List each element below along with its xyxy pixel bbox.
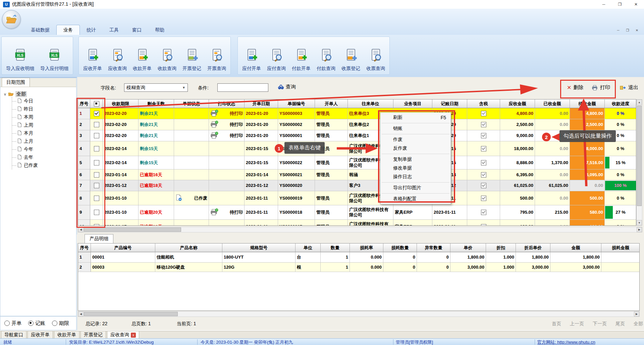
maximize-icon[interactable]: ❐ <box>612 0 628 9</box>
column-header-数量[interactable]: 数量 <box>321 244 350 252</box>
mdi-close-icon[interactable]: ✕ <box>633 27 641 33</box>
row-checkbox[interactable] <box>94 224 99 226</box>
scroll-left-icon[interactable]: ◀ <box>78 227 84 232</box>
window-tab-导航窗口[interactable]: 导航窗口 <box>1 331 26 339</box>
column-header-往来单位[interactable]: 往来单位 <box>348 99 393 108</box>
column-header-应收金额[interactable]: 应收金额 <box>500 99 535 108</box>
table-vertical-scrollbar[interactable]: ▲ ▼ <box>636 99 642 226</box>
radio-记账[interactable]: 记账 <box>28 320 45 327</box>
search-button[interactable]: 查询 <box>278 84 296 90</box>
detail-scroll-left-icon[interactable]: ◀ <box>78 312 84 317</box>
context-menu-item-刷新[interactable]: 刷新F5 <box>380 113 451 122</box>
tab-product-detail[interactable]: 产品明细 <box>85 234 113 243</box>
table-row[interactable]: 82023-01-10已作废2023-01-11YS0000019管理员广汉优图… <box>78 191 636 205</box>
table-row[interactable]: 92023-01-10已逾期20天?待打印2023-01-11YS0000018… <box>78 205 636 220</box>
table-row[interactable]: 12023-02-20剩余21天?待打印2023-01-20YS0000003管… <box>78 108 636 119</box>
row-checkbox[interactable] <box>94 133 99 138</box>
tax-checkbox[interactable] <box>481 111 486 116</box>
column-header-收款期限[interactable]: 收款期限 <box>103 99 139 108</box>
field-name-select[interactable]: 模糊查询 ▼ <box>124 83 188 92</box>
column-header-剩余天数[interactable]: 剩余天数 <box>139 99 174 108</box>
row-checkbox[interactable] <box>94 111 99 116</box>
table-row[interactable]: 22023-02-20剩余21天?待打印2023-01-20YS0000002管… <box>78 119 636 130</box>
column-header-折后单价[interactable]: 折后单价 <box>516 244 550 252</box>
radio-期限[interactable]: 期限 <box>52 320 69 327</box>
table-horizontal-scrollbar[interactable]: ◀ ▶ <box>78 227 642 232</box>
table-row[interactable]: 100001佳能相机1800-UYT台10.000001,800.001.000… <box>78 252 639 263</box>
row-checkbox[interactable] <box>94 160 99 165</box>
row-checkbox[interactable] <box>94 172 99 178</box>
context-menu-item-操作日志[interactable]: 操作日志 <box>380 172 451 181</box>
hscroll-thumb[interactable] <box>84 227 181 232</box>
tax-checkbox[interactable] <box>481 196 486 201</box>
close-icon[interactable]: ✕ <box>628 0 644 9</box>
row-checkbox[interactable] <box>94 183 99 188</box>
column-header-已收金额[interactable]: 已收金额 <box>535 99 570 108</box>
tax-checkbox[interactable] <box>481 160 486 165</box>
column-header-损耗金额[interactable]: 损耗金额 <box>601 244 640 252</box>
toolbar-button-收款开单[interactable]: 收款开单 <box>130 46 155 74</box>
condition-input[interactable] <box>217 83 268 92</box>
context-menu-item-表格列配置[interactable]: 表格列配置 <box>380 195 451 203</box>
table-row[interactable]: 102023-01-17已逾期13天2023-01-11YS0000017管理员… <box>78 220 636 226</box>
column-header-异常数量[interactable]: 异常数量 <box>417 244 450 252</box>
toolbar-button-应收开单[interactable]: 应收开单 <box>80 46 105 74</box>
column-header-待收金额[interactable]: 待收金额 <box>570 99 605 108</box>
tab-date-range[interactable]: 日期范围 <box>2 78 30 87</box>
tree-item-已作废[interactable]: 已作废 <box>12 161 76 169</box>
column-header-开单日期[interactable]: 开单日期 <box>245 99 278 108</box>
toolbar-button-应付查询[interactable]: 应付查询 <box>264 46 289 74</box>
column-header-折扣[interactable]: 折扣 <box>486 244 516 252</box>
scroll-right-icon[interactable]: ▶ <box>637 227 642 232</box>
column-header-单位[interactable]: 单位 <box>296 244 321 252</box>
tree-item-昨日[interactable]: 昨日 <box>12 105 76 113</box>
column-header-记账日期[interactable]: 记账日期 <box>432 99 467 108</box>
mdi-restore-icon[interactable]: ❐ <box>624 27 631 33</box>
column-header-含税[interactable]: 含税 <box>467 99 500 108</box>
context-menu-item-反作废[interactable]: 反作废 <box>380 144 451 153</box>
window-tab-开票登记[interactable]: 开票登记 <box>80 331 106 339</box>
column-header-规格型号[interactable]: 规格型号 <box>222 244 296 252</box>
toolbar-button-应付开单[interactable]: 应付开单 <box>239 46 264 74</box>
tree-root-all[interactable]: ∨全部 <box>4 91 76 97</box>
chevron-expanded-icon[interactable]: ∨ <box>4 92 6 96</box>
scroll-down-icon[interactable]: ▼ <box>637 220 642 225</box>
toolbar-button-导入应付明细[interactable]: XLS导入应付明细 <box>37 46 71 74</box>
status-website-link[interactable]: 官方网站: http://www.ghutu.cn <box>537 339 595 345</box>
context-menu-item-修改单据[interactable]: 修改单据 <box>380 164 451 172</box>
pager-首页[interactable]: 首页 <box>552 321 561 327</box>
row-checkbox[interactable] <box>94 210 99 215</box>
radio-开单[interactable]: 开单 <box>4 320 21 327</box>
menu-tab-统计[interactable]: 统计 <box>80 25 103 35</box>
context-menu-item-导出打印图片[interactable]: 导出打印图片 <box>380 184 451 192</box>
pager-尾页[interactable]: 尾页 <box>615 321 625 327</box>
tree-item-上周[interactable]: 上周 <box>12 121 76 129</box>
detail-scroll-right-icon[interactable]: ▶ <box>634 312 639 317</box>
vscroll-thumb[interactable] <box>637 106 642 206</box>
mdi-minimize-icon[interactable]: ─ <box>614 27 622 33</box>
detail-hscroll-thumb[interactable] <box>84 312 178 316</box>
tree-item-上月[interactable]: 上月 <box>12 137 76 145</box>
table-row[interactable]: 72023-01-12已逾期18天2023-01-12YS0000020客户32… <box>78 180 636 191</box>
menu-tab-帮助[interactable]: 帮助 <box>148 25 171 35</box>
tree-item-去年[interactable]: 去年 <box>12 153 76 161</box>
exit-button[interactable]: 退出 <box>620 84 638 91</box>
window-tab-应收查询[interactable]: 应收查询x <box>107 331 139 339</box>
tax-checkbox[interactable] <box>481 210 486 215</box>
toolbar-button-收款查询[interactable]: 收款查询 <box>155 46 179 74</box>
toolbar-button-收票查询[interactable]: 收票查询 <box>363 46 388 74</box>
column-header-打印状态[interactable]: 打印状态 <box>209 99 245 108</box>
column-header-损耗率[interactable]: 损耗率 <box>350 244 383 252</box>
row-checkbox[interactable] <box>94 122 99 127</box>
file-menu-button[interactable] <box>2 10 21 29</box>
column-header-select[interactable] <box>90 99 103 108</box>
tree-item-本月[interactable]: 本月 <box>12 129 76 137</box>
column-header-开单人[interactable]: 开单人 <box>315 99 348 108</box>
toolbar-button-导入应收明细[interactable]: XLS导入应收明细 <box>3 46 37 74</box>
column-header-业务项目[interactable]: 业务项目 <box>393 99 432 108</box>
row-checkbox[interactable] <box>94 196 99 201</box>
table-row[interactable]: 200003移动120G硬盘120G根10.000003,000.001.000… <box>78 263 639 272</box>
tree-item-本周[interactable]: 本周 <box>12 113 76 121</box>
column-header-序号[interactable]: 序号 <box>78 99 90 108</box>
row-checkbox[interactable] <box>94 146 99 151</box>
